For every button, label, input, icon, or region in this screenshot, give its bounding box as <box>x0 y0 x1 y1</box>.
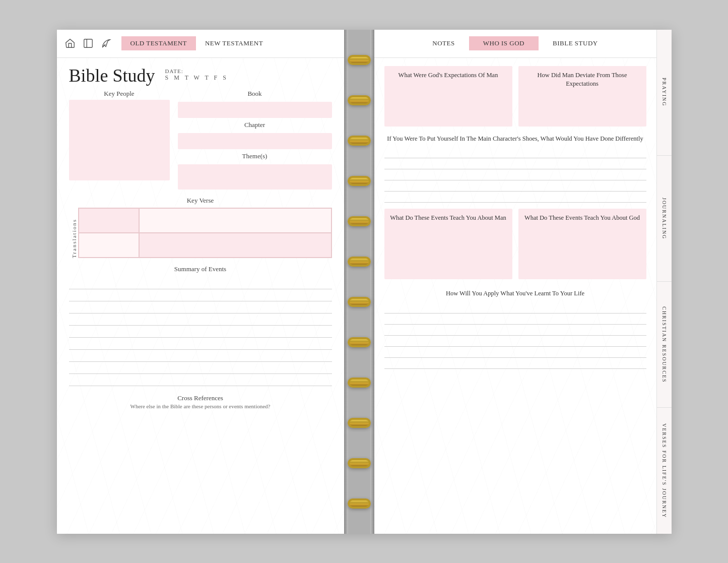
a-line-4[interactable] <box>384 336 646 347</box>
key-verse-label: Key Verse <box>69 197 332 205</box>
apply-lines <box>384 302 646 369</box>
translations-grid[interactable] <box>78 208 332 258</box>
key-people-box[interactable] <box>69 100 170 180</box>
summary-line-8[interactable] <box>69 362 332 374</box>
book-input[interactable] <box>178 102 332 118</box>
tab-notes[interactable]: NOTES <box>418 36 469 50</box>
christian-resources-label: CHRISTIAN RESOURCES <box>661 306 667 383</box>
left-top-nav: OLD TESTAMENT NEW TESTAMENT <box>57 30 344 58</box>
a-line-5[interactable] <box>384 347 646 358</box>
cross-ref-section: Cross References Where else in the Bible… <box>69 394 332 409</box>
summary-line-2[interactable] <box>69 289 332 301</box>
teach-man-label: What Do These Events Teach You About Man <box>390 214 506 223</box>
summary-label: Summary of Events <box>69 265 332 273</box>
date-label: DATE: <box>165 68 228 74</box>
ring-7 <box>348 297 371 307</box>
q-line-5[interactable] <box>384 192 646 203</box>
a-line-6[interactable] <box>384 358 646 369</box>
left-page: OLD TESTAMENT NEW TESTAMENT Bible Study … <box>57 30 344 534</box>
bottom-two-boxes: What Do These Events Teach You About Man… <box>384 209 646 279</box>
ring-5 <box>348 216 371 226</box>
summary-line-4[interactable] <box>69 314 332 326</box>
tab-new-testament[interactable]: NEW TESTAMENT <box>196 36 272 50</box>
right-content: What Were God's Expectations Of Man How … <box>374 58 656 534</box>
question-label: If You Were To Put Yourself In The Main … <box>384 135 646 144</box>
trans-cell-4[interactable] <box>139 233 332 258</box>
summary-line-9[interactable] <box>69 374 332 386</box>
ring-9 <box>348 378 371 388</box>
top-two-boxes: What Were God's Expectations Of Man How … <box>384 66 646 127</box>
summary-section: Summary of Events <box>69 265 332 386</box>
right-page: NOTES WHO IS GOD BIBLE STUDY What Were G… <box>374 30 672 534</box>
key-people-col: Key People <box>69 90 170 190</box>
themes-row: Theme(s) <box>178 152 332 190</box>
vert-tab-christian-resources[interactable]: CHRISTIAN RESOURCES <box>656 282 672 408</box>
ring-1 <box>348 55 371 65</box>
vert-tab-praying[interactable]: PRAYING <box>656 30 672 156</box>
q-line-4[interactable] <box>384 180 646 192</box>
tab-old-testament[interactable]: OLD TESTAMENT <box>121 36 196 50</box>
question-section: If You Were To Put Yourself In The Main … <box>384 135 646 203</box>
book-label: Book <box>247 90 261 98</box>
verses-label: VERSES FOR LIFE'S JOURNEY <box>661 423 667 518</box>
cross-ref-sub: Where else in the Bible are these person… <box>69 403 332 409</box>
trans-cell-2[interactable] <box>139 208 332 233</box>
summary-line-5[interactable] <box>69 326 332 338</box>
right-top-nav: NOTES WHO IS GOD BIBLE STUDY <box>374 30 656 58</box>
question-lines <box>384 147 646 203</box>
summary-lines <box>69 277 332 386</box>
teach-man-box[interactable]: What Do These Events Teach You About Man <box>384 209 512 279</box>
spine <box>344 30 374 534</box>
expectations-box[interactable]: What Were God's Expectations Of Man <box>384 66 512 127</box>
book-icon[interactable] <box>81 36 95 50</box>
ring-8 <box>348 337 371 347</box>
date-days: S M T W T F S <box>165 74 228 82</box>
deviate-label: How Did Man Deviate From Those Expectati… <box>522 71 642 89</box>
home-icon[interactable] <box>63 36 77 50</box>
header-row: Bible Study DATE: S M T W T F S <box>69 66 332 86</box>
q-line-2[interactable] <box>384 158 646 169</box>
notebook: OLD TESTAMENT NEW TESTAMENT Bible Study … <box>57 30 672 534</box>
left-content: Bible Study DATE: S M T W T F S Key Peop… <box>57 58 344 418</box>
page-title: Bible Study <box>69 66 155 86</box>
chapter-input[interactable] <box>178 133 332 149</box>
teach-god-label: What Do These Events Teach You About God <box>524 214 640 223</box>
translations-row: Translations <box>69 208 332 258</box>
tab-bible-study[interactable]: BIBLE STUDY <box>539 36 612 50</box>
date-section: DATE: S M T W T F S <box>165 68 228 82</box>
nav-icons <box>63 36 113 50</box>
chapter-row: Chapter <box>178 121 332 149</box>
q-line-1[interactable] <box>384 147 646 158</box>
ring-3 <box>348 136 371 146</box>
key-verse-section: Key Verse Translations <box>69 197 332 258</box>
svg-rect-0 <box>84 39 92 48</box>
quill-icon[interactable] <box>99 36 113 50</box>
ring-2 <box>348 95 371 105</box>
summary-line-3[interactable] <box>69 301 332 314</box>
book-col: Book Chapter Theme(s) <box>178 90 332 190</box>
q-line-3[interactable] <box>384 169 646 180</box>
a-line-1[interactable] <box>384 302 646 314</box>
chapter-label: Chapter <box>244 121 265 129</box>
themes-label: Theme(s) <box>242 152 268 160</box>
trans-cell-3[interactable] <box>79 233 139 258</box>
tab-who-is-god[interactable]: WHO IS GOD <box>469 36 539 50</box>
a-line-3[interactable] <box>384 325 646 336</box>
apply-label: How Will You Apply What You've Learnt To… <box>384 289 646 298</box>
trans-cell-1[interactable] <box>79 208 139 233</box>
a-line-2[interactable] <box>384 314 646 325</box>
themes-input[interactable] <box>178 164 332 190</box>
ring-4 <box>348 176 371 186</box>
deviate-box[interactable]: How Did Man Deviate From Those Expectati… <box>518 66 646 127</box>
summary-line-6[interactable] <box>69 338 332 350</box>
apply-section: How Will You Apply What You've Learnt To… <box>384 289 646 369</box>
teach-god-box[interactable]: What Do These Events Teach You About God <box>518 209 646 279</box>
summary-line-7[interactable] <box>69 350 332 362</box>
right-main: NOTES WHO IS GOD BIBLE STUDY What Were G… <box>374 30 656 534</box>
ring-10 <box>348 418 371 428</box>
vert-tab-verses[interactable]: VERSES FOR LIFE'S JOURNEY <box>656 408 672 533</box>
vert-tab-journaling[interactable]: JOURNALING <box>656 156 672 282</box>
ring-12 <box>348 498 371 509</box>
summary-line-1[interactable] <box>69 277 332 289</box>
book-row: Book <box>178 90 332 118</box>
